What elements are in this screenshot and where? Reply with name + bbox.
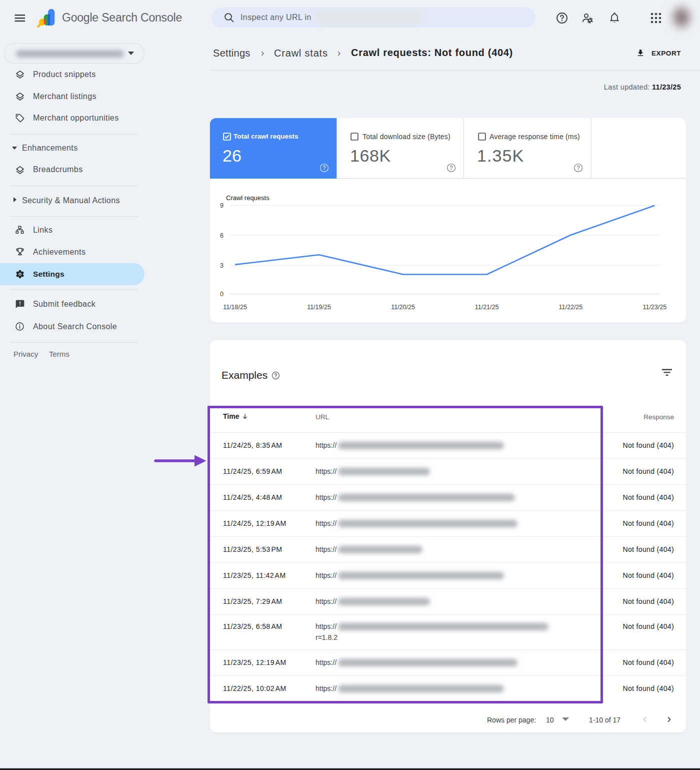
svg-text:6: 6 [220,232,224,239]
svg-text:9: 9 [220,202,224,209]
svg-text:11/18/25: 11/18/25 [223,304,247,311]
svg-text:11/20/25: 11/20/25 [391,304,415,311]
svg-text:3: 3 [220,262,224,269]
svg-text:11/23/25: 11/23/25 [642,304,666,311]
svg-text:11/21/25: 11/21/25 [475,304,499,311]
svg-text:0: 0 [220,291,224,298]
svg-text:11/22/25: 11/22/25 [559,304,583,311]
svg-text:11/19/25: 11/19/25 [307,304,331,311]
